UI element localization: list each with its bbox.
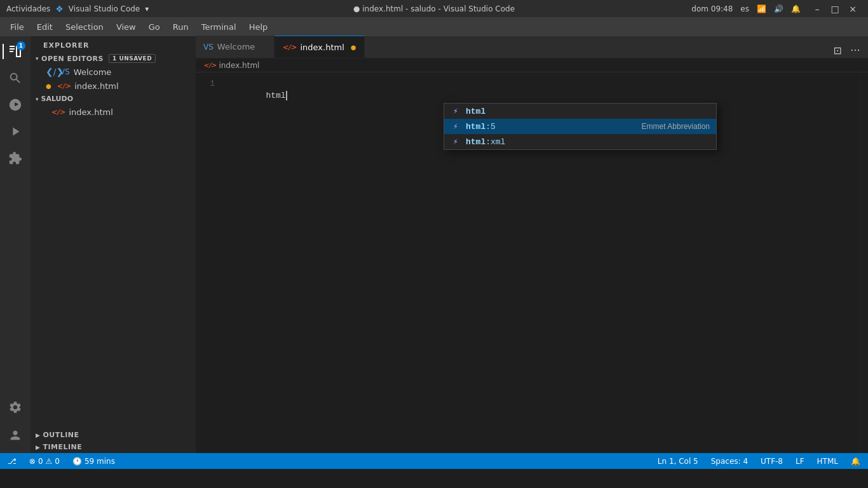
tab-modified-dot: ●	[351, 44, 356, 51]
right-decoration	[859, 72, 868, 453]
line-ending-text: LF	[796, 457, 804, 466]
activity-run-debug[interactable]	[3, 119, 28, 144]
status-feedback[interactable]: 🔔	[848, 457, 863, 466]
activity-source-control[interactable]	[3, 92, 28, 118]
system-bar-left: Actividades ❖ Visual Studio Code ▾	[6, 4, 149, 14]
feedback-icon: 🔔	[851, 457, 860, 466]
tabs-actions: ⊡ ···	[830, 43, 868, 58]
index-html-name: index.html	[74, 81, 118, 91]
autocomplete-item-html5[interactable]: ⚡ html:5 Emmet Abbreviation	[444, 119, 716, 134]
autocomplete-text-html: html	[466, 107, 485, 116]
close-button[interactable]: ×	[844, 0, 862, 17]
code-editor[interactable]: 1 html ⚡ html ⚡ html:5 Emmet Abbreviatio…	[196, 72, 868, 453]
breadcrumb-path[interactable]: index.html	[219, 61, 259, 70]
welcome-tab-close[interactable]: ×	[259, 42, 266, 52]
menu-selection[interactable]: Selection	[60, 20, 109, 34]
warning-icon: ⚠	[46, 457, 53, 466]
menu-bar: File Edit Selection View Go Run Terminal…	[0, 17, 868, 36]
open-editor-welcome[interactable]: ❮/❯ VS Welcome	[31, 65, 196, 79]
activity-explorer[interactable]: 1	[3, 39, 28, 64]
cursor	[286, 91, 287, 100]
time-display: dom 09:48	[691, 4, 733, 13]
editor-area: VS Welcome × </> index.html ● ⊡ ··· </> …	[196, 36, 868, 453]
timeline-label: Timeline	[43, 443, 82, 451]
html-tab-icon: </>	[282, 43, 296, 51]
autocomplete-text-html5: html:5	[466, 122, 496, 132]
vscode-app-name[interactable]: Visual Studio Code	[69, 4, 140, 13]
restore-button[interactable]: □	[826, 0, 844, 17]
open-editors-section[interactable]: ▾ Open Editors 1 Unsaved	[31, 52, 196, 65]
saludo-index-html[interactable]: </> index.html	[31, 105, 196, 119]
saludo-section[interactable]: ▾ Saludo	[31, 93, 196, 105]
status-errors[interactable]: ⊗ 0 ⚠ 0	[27, 457, 62, 466]
clock-icon: 🕐	[72, 457, 82, 466]
welcome-tab-label: Welcome	[217, 42, 255, 51]
menu-go[interactable]: Go	[144, 20, 165, 34]
activity-bottom	[3, 395, 28, 448]
status-time-ago[interactable]: 🕐 59 mins	[70, 457, 118, 466]
window-title: ● index.html - saludo - Visual Studio Co…	[353, 4, 515, 13]
timeline-section[interactable]: ▶ Timeline	[31, 441, 196, 453]
autocomplete-hint-html5: Emmet Abbreviation	[642, 122, 710, 131]
warning-count: 0	[55, 457, 60, 466]
explorer-header: Explorer	[31, 36, 196, 52]
error-count: 0	[38, 457, 43, 466]
menu-file[interactable]: File	[5, 20, 29, 34]
git-branch-icon: ⎇	[8, 457, 17, 466]
tab-index-html[interactable]: </> index.html ●	[275, 36, 365, 58]
menu-run[interactable]: Run	[168, 20, 194, 34]
welcome-file-name: Welcome	[74, 67, 111, 77]
status-bar-left: ⎇ ⊗ 0 ⚠ 0 🕐 59 mins	[5, 457, 118, 466]
autocomplete-dropdown: ⚡ html ⚡ html:5 Emmet Abbreviation ⚡ htm…	[444, 103, 717, 150]
status-bar-right: Ln 1, Col 5 Spaces: 4 UTF-8 LF HTML 🔔	[655, 457, 863, 466]
open-editor-index-html[interactable]: ● </> index.html	[31, 79, 196, 93]
line-number-1: 1	[196, 78, 215, 90]
activity-extensions[interactable]	[3, 146, 28, 171]
status-encoding[interactable]: UTF-8	[758, 457, 785, 466]
tabs-bar: VS Welcome × </> index.html ● ⊡ ···	[196, 36, 868, 58]
open-editors-label: Open Editors	[41, 55, 104, 63]
minimize-button[interactable]: –	[808, 0, 826, 17]
menu-edit[interactable]: Edit	[32, 20, 58, 34]
breadcrumb: </> index.html	[196, 58, 868, 72]
outline-section[interactable]: ▶ Outline	[31, 429, 196, 441]
unsaved-badge: 1 Unsaved	[109, 54, 156, 63]
menu-view[interactable]: View	[111, 20, 141, 34]
activity-settings[interactable]	[3, 395, 28, 420]
vscode-dropdown-icon[interactable]: ▾	[145, 4, 149, 13]
timeline-chevron: ▶	[36, 444, 40, 451]
index-tab-label: index.html	[300, 43, 344, 52]
status-git[interactable]: ⎇	[5, 457, 19, 466]
autocomplete-icon-html: ⚡	[451, 106, 461, 116]
status-spaces[interactable]: Spaces: 4	[709, 457, 750, 466]
activities-button[interactable]: Actividades	[6, 4, 50, 13]
encoding-text: UTF-8	[761, 457, 783, 466]
welcome-vscode-icon: VS	[60, 67, 70, 76]
autocomplete-text-html-xml: html:xml	[466, 137, 505, 147]
welcome-tab-icon: VS	[203, 43, 214, 51]
language-text: HTML	[817, 457, 838, 466]
saludo-chevron: ▾	[36, 96, 39, 102]
autocomplete-item-html-xml[interactable]: ⚡ html:xml	[444, 134, 716, 149]
breadcrumb-file-icon: </>	[203, 62, 216, 69]
activity-account[interactable]	[3, 423, 28, 448]
status-language[interactable]: HTML	[815, 457, 841, 466]
split-editor-button[interactable]: ⊡	[830, 43, 845, 58]
saludo-index-name: index.html	[69, 107, 112, 117]
tab-welcome[interactable]: VS Welcome ×	[196, 36, 275, 58]
status-line-ending[interactable]: LF	[793, 457, 807, 466]
outline-chevron: ▶	[36, 432, 40, 438]
menu-terminal[interactable]: Terminal	[196, 20, 241, 34]
activity-search[interactable]	[3, 65, 28, 91]
menu-help[interactable]: Help	[244, 20, 273, 34]
more-actions-button[interactable]: ···	[848, 43, 863, 58]
status-position[interactable]: Ln 1, Col 5	[655, 457, 701, 466]
spaces-text: Spaces: 4	[711, 457, 748, 466]
language-indicator[interactable]: es	[740, 4, 749, 13]
autocomplete-item-html[interactable]: ⚡ html	[444, 104, 716, 119]
vscode-logo: ❖	[55, 4, 64, 14]
code-line-1: html	[266, 91, 287, 100]
time-ago-text: 59 mins	[85, 457, 115, 466]
volume-icon: 🔊	[774, 4, 783, 13]
window-controls: – □ ×	[808, 0, 862, 17]
